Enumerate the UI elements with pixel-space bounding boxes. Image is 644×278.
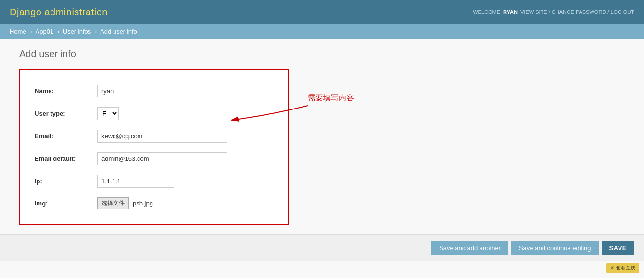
save-add-another-button[interactable]: Save and add another (431, 241, 508, 255)
save-continue-button[interactable]: Save and continue editing (511, 241, 599, 255)
breadcrumb-model[interactable]: User infos (63, 28, 91, 35)
input-name[interactable] (97, 85, 227, 97)
form-row-img: Img: 选择文件 psb.jpg (35, 193, 273, 214)
annotation-arrow (308, 106, 404, 134)
label-ip: Ip: (35, 178, 97, 185)
label-email: Email: (35, 133, 97, 140)
form-row-email: Email: (35, 125, 273, 147)
annotation-wrapper: 需要填写内容 (308, 93, 404, 134)
form-row-ip: Ip: (35, 170, 273, 193)
input-email[interactable] (97, 130, 227, 143)
breadcrumb-sep2: › (57, 28, 59, 35)
file-input-area: 选择文件 psb.jpg (97, 197, 153, 209)
label-email-default: Email default: (35, 155, 97, 162)
site-title: Django administration (10, 7, 108, 18)
separator2: / (607, 9, 609, 15)
content-inner: Name: User type: F M Email: Email defaul… (19, 69, 625, 225)
annotation-text: 需要填写内容 (308, 93, 354, 103)
header: Django administration WELCOME, RYAN. VIE… (0, 0, 644, 24)
file-choose-button[interactable]: 选择文件 (97, 197, 129, 209)
form-row-email-default: Email default: (35, 147, 273, 170)
input-email-default[interactable] (97, 152, 227, 165)
breadcrumbs: Home › App01 › User infos › Add user inf… (0, 24, 644, 39)
separator1: / (549, 9, 550, 15)
form-row-name: Name: (35, 80, 273, 102)
select-user-type[interactable]: F M (97, 107, 119, 120)
label-name: Name: (35, 87, 97, 95)
page-title: Add user info (19, 48, 625, 60)
submit-row: Save and add another Save and continue e… (0, 234, 644, 261)
main-content: Add user info Name: User type: F M Email… (0, 39, 644, 234)
label-img: Img: (35, 200, 97, 207)
label-user-type: User type: (35, 110, 97, 117)
breadcrumb-current: Add user info (100, 28, 137, 35)
change-password-link[interactable]: CHANGE PASSWORD (552, 9, 606, 15)
log-out-link[interactable]: LOG OUT (610, 9, 634, 15)
file-name-display: psb.jpg (133, 200, 153, 207)
breadcrumb-sep3: › (95, 28, 97, 35)
input-ip[interactable] (97, 175, 174, 188)
breadcrumb-app[interactable]: App01 (36, 28, 54, 35)
username: RYAN (503, 9, 518, 15)
welcome-text: WELCOME, (473, 9, 503, 15)
breadcrumb-home[interactable]: Home (10, 28, 26, 35)
form-container: Name: User type: F M Email: Email defaul… (19, 69, 289, 225)
breadcrumb-sep1: › (30, 28, 32, 35)
view-site-link[interactable]: VIEW SITE (520, 9, 547, 15)
user-tools: WELCOME, RYAN. VIEW SITE / CHANGE PASSWO… (473, 9, 634, 15)
save-button[interactable]: SAVE (602, 241, 634, 255)
form-row-user-type: User type: F M (35, 102, 273, 125)
